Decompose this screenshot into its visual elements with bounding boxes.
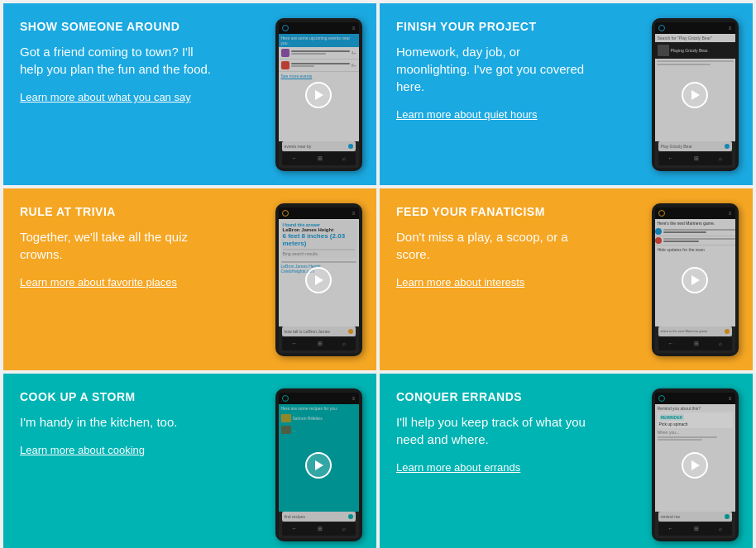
play-overlay-5[interactable] <box>279 404 359 512</box>
play-overlay[interactable] <box>279 34 359 141</box>
card-cook-up-a-storm: COOK UP A STORM I'm handy in the kitchen… <box>3 374 376 548</box>
card-link-what-you-can-say[interactable]: Learn more about what you can say <box>20 91 191 103</box>
card-desc-2: Homework, day job, or moonlighting. I've… <box>396 43 595 95</box>
play-button[interactable] <box>305 82 332 108</box>
screen-body-4: Here's the next Mariners game. <box>655 219 735 326</box>
play-button-3[interactable] <box>305 267 332 293</box>
phone-screen-2: ≡ Search for "Play Grizzly Bear" Playing… <box>655 22 735 168</box>
card-link-favorite-places[interactable]: Learn more about favorite places <box>20 276 177 288</box>
card-desc-5: I'm handy in the kitchen, too. <box>20 413 218 431</box>
card-link-errands[interactable]: Learn more about errands <box>396 461 520 474</box>
phone-container-3: ≡ I found this answer LeBron James Heigh… <box>269 197 368 362</box>
phone-screen-6: ≡ Remind you about this? REMINDER Pick u… <box>655 393 735 538</box>
phone-device-4: ≡ Here's the next Mariners game. <box>652 203 739 356</box>
play-overlay-3[interactable] <box>279 219 359 326</box>
main-grid: SHOW SOMEONE AROUND Got a friend coming … <box>0 0 756 548</box>
card-desc-6: I'll help you keep track of what you nee… <box>396 413 595 448</box>
phone-device-5: ≡ Here are some recipes for you. Salmon … <box>275 388 362 541</box>
play-button-2[interactable] <box>682 82 708 108</box>
card-feed-your-fanaticism: FEED YOUR FANATICISM Don't miss a play, … <box>380 188 753 370</box>
phone-screen-4: ≡ Here's the next Mariners game. <box>655 207 735 353</box>
screen-body-5: Here are some recipes for you. Salmon Ri… <box>279 404 359 512</box>
play-button-5[interactable] <box>305 452 332 479</box>
phone-container: ≡ Here are some upcoming events near you… <box>269 12 368 177</box>
card-link-interests[interactable]: Learn more about interests <box>396 276 524 288</box>
card-show-someone-around: SHOW SOMEONE AROUND Got a friend coming … <box>3 3 376 185</box>
phone-device-6: ≡ Remind you about this? REMINDER Pick u… <box>652 388 739 541</box>
play-triangle-icon-6 <box>691 460 700 470</box>
play-triangle-icon-3 <box>315 275 323 285</box>
phone-container-2: ≡ Search for "Play Grizzly Bear" Playing… <box>645 12 744 177</box>
card-rule-at-trivia: RULE AT TRIVIA Together, we'll take all … <box>3 188 376 370</box>
play-button-4[interactable] <box>682 267 708 293</box>
phone-container-4: ≡ Here's the next Mariners game. <box>645 197 744 362</box>
phone-device-3: ≡ I found this answer LeBron James Heigh… <box>275 203 362 356</box>
play-triangle-icon-5 <box>315 460 323 470</box>
phone-screen-3: ≡ I found this answer LeBron James Heigh… <box>279 207 359 353</box>
phone-container-6: ≡ Remind you about this? REMINDER Pick u… <box>645 382 744 547</box>
phone-container-5: ≡ Here are some recipes for you. Salmon … <box>269 382 368 547</box>
card-link-quiet-hours[interactable]: Learn more about quiet hours <box>396 108 538 121</box>
play-triangle-icon-2 <box>691 90 700 100</box>
card-link-cooking[interactable]: Learn more about cooking <box>20 444 145 456</box>
card-finish-your-project: FINISH YOUR PROJECT Homework, day job, o… <box>380 3 753 185</box>
screen-body: Here are some upcoming events near you. … <box>279 34 359 141</box>
phone-device-2: ≡ Search for "Play Grizzly Bear" Playing… <box>652 18 739 171</box>
play-button-6[interactable] <box>682 452 708 479</box>
play-overlay-4[interactable] <box>655 219 735 326</box>
play-triangle-icon-4 <box>691 275 700 285</box>
card-desc: Got a friend coming to town? I'll help y… <box>20 43 218 78</box>
screen-body-6: Remind you about this? REMINDER Pick up … <box>655 404 735 512</box>
card-desc-3: Together, we'll take all the quiz crowns… <box>20 228 218 263</box>
screen-body-2: Search for "Play Grizzly Bear" Playing G… <box>655 34 735 141</box>
play-overlay-6[interactable] <box>655 404 735 512</box>
play-triangle-icon <box>315 90 323 100</box>
phone-screen: ≡ Here are some upcoming events near you… <box>279 22 359 168</box>
screen-body-3: I found this answer LeBron James Height … <box>279 219 359 326</box>
phone-screen-5: ≡ Here are some recipes for you. Salmon … <box>279 393 359 538</box>
card-desc-4: Don't miss a play, a scoop, or a score. <box>396 228 595 263</box>
card-conquer-errands: CONQUER ERRANDS I'll help you keep track… <box>380 374 753 548</box>
phone-device: ≡ Here are some upcoming events near you… <box>275 18 362 171</box>
play-overlay-2[interactable] <box>655 34 735 141</box>
